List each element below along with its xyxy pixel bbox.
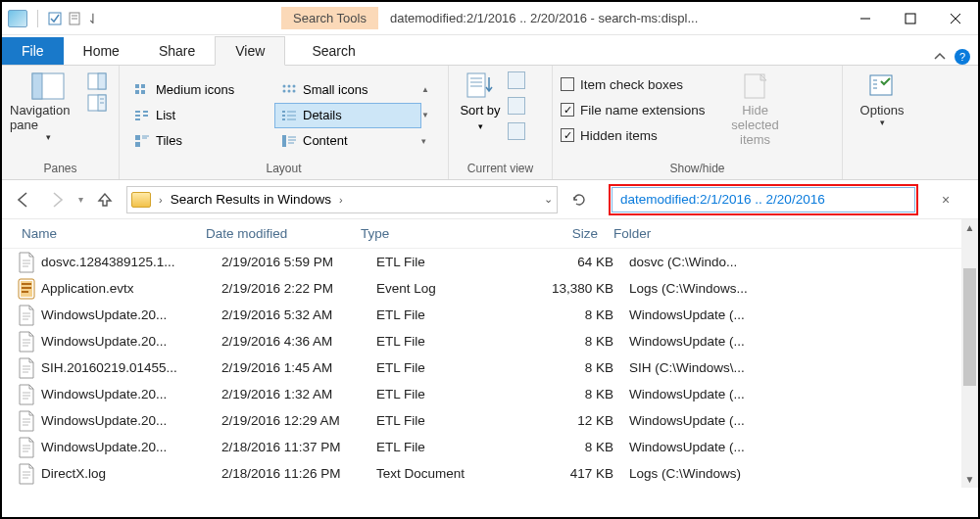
- table-row[interactable]: WindowsUpdate.20...2/19/2016 4:36 AMETL …: [2, 328, 961, 354]
- layout-medium-icons[interactable]: Medium icons: [127, 77, 274, 103]
- svg-rect-41: [282, 135, 286, 147]
- table-row[interactable]: SIH.20160219.01455...2/19/2016 1:45 AMET…: [2, 354, 961, 381]
- details-pane-icon[interactable]: [88, 95, 106, 111]
- svg-rect-11: [98, 73, 106, 89]
- layout-small-icons[interactable]: Small icons: [274, 77, 421, 103]
- cell-date: 2/18/2016 11:37 PM: [214, 440, 368, 454]
- group-layout-label: Layout: [120, 159, 448, 179]
- layout-content[interactable]: Content: [274, 128, 421, 154]
- svg-point-22: [293, 84, 296, 87]
- refresh-button[interactable]: [567, 188, 591, 212]
- scroll-thumb[interactable]: [963, 268, 976, 386]
- tab-share[interactable]: Share: [139, 37, 215, 65]
- tab-file[interactable]: File: [2, 37, 64, 65]
- group-by-icon[interactable]: [508, 71, 525, 89]
- svg-rect-45: [467, 73, 485, 97]
- svg-rect-5: [906, 14, 915, 24]
- options-button[interactable]: Options▾: [851, 71, 913, 127]
- table-row[interactable]: dosvc.1284389125.1...2/19/2016 5:59 PMET…: [2, 249, 961, 275]
- file-icon: [18, 331, 35, 353]
- collapse-ribbon-icon[interactable]: [933, 50, 947, 64]
- recent-locations-icon[interactable]: ▾: [78, 194, 83, 205]
- col-type[interactable]: Type: [353, 226, 506, 241]
- cell-folder: dosvc (C:\Windo...: [621, 255, 961, 269]
- opt-item-checkboxes[interactable]: Item check boxes: [561, 71, 706, 97]
- cell-type: ETL File: [368, 413, 521, 428]
- breadcrumb[interactable]: › Search Results in Windows › ⌄: [126, 186, 558, 213]
- opt-hidden-items[interactable]: Hidden items: [561, 122, 706, 148]
- cell-size: 8 KB: [521, 387, 621, 401]
- scroll-down-icon[interactable]: ▼: [961, 471, 978, 488]
- svg-rect-16: [135, 84, 139, 88]
- navigation-pane-button[interactable]: Navigation pane ▾: [10, 71, 86, 142]
- cell-name: SIH.20160219.01455...: [41, 360, 214, 375]
- breadcrumb-label[interactable]: Search Results in Windows: [171, 192, 331, 207]
- chevron-right-icon[interactable]: ›: [339, 194, 343, 206]
- chevron-down-icon[interactable]: ⌄: [544, 193, 553, 206]
- maximize-button[interactable]: [888, 4, 933, 33]
- file-list: Name Date modified Type Size Folder dosv…: [2, 219, 978, 488]
- close-button[interactable]: [933, 4, 978, 33]
- col-date[interactable]: Date modified: [198, 226, 353, 241]
- checkbox-icon[interactable]: [48, 12, 62, 25]
- title-bar: ⇃ Search Tools datemodified:2/1/2016 .. …: [2, 2, 978, 35]
- tab-home[interactable]: Home: [64, 37, 139, 65]
- search-input[interactable]: datemodified:2/1/2016 .. 2/20/2016: [612, 187, 915, 212]
- cell-folder: WindowsUpdate (...: [621, 307, 961, 322]
- cell-type: ETL File: [368, 440, 521, 454]
- cell-date: 2/19/2016 5:59 PM: [214, 255, 368, 269]
- cell-size: 8 KB: [521, 334, 621, 349]
- scrollbar[interactable]: ▲ ▼: [961, 219, 978, 488]
- table-row[interactable]: WindowsUpdate.20...2/19/2016 5:32 AMETL …: [2, 302, 961, 328]
- column-headers: Name Date modified Type Size Folder: [2, 219, 961, 249]
- sort-by-button[interactable]: Sort by▾: [457, 71, 504, 131]
- layout-options: Medium icons Small icons ▲ List Details …: [127, 77, 437, 154]
- table-row[interactable]: WindowsUpdate.20...2/19/2016 1:32 AMETL …: [2, 381, 961, 407]
- cell-date: 2/19/2016 4:36 AM: [214, 334, 368, 349]
- minimize-button[interactable]: [843, 4, 888, 33]
- preview-pane-icon[interactable]: [88, 73, 106, 89]
- file-icon: [18, 252, 35, 273]
- scroll-up-icon[interactable]: ▲: [961, 219, 978, 236]
- tab-view[interactable]: View: [215, 36, 285, 66]
- forward-button: [45, 188, 69, 212]
- add-columns-icon[interactable]: [508, 97, 525, 115]
- file-icon: [18, 278, 35, 300]
- col-size[interactable]: Size: [506, 226, 606, 241]
- cell-date: 2/19/2016 5:32 AM: [214, 307, 368, 322]
- cell-size: 64 KB: [521, 255, 621, 269]
- search-tools-tab-label[interactable]: Search Tools: [281, 7, 378, 29]
- layout-list[interactable]: List: [127, 103, 274, 128]
- clear-search-button[interactable]: ×: [934, 192, 957, 208]
- properties-icon[interactable]: [68, 12, 81, 25]
- cell-name: DirectX.log: [41, 466, 214, 481]
- layout-tiles[interactable]: Tiles: [127, 128, 274, 154]
- address-bar-row: ▾ › Search Results in Windows › ⌄ datemo…: [2, 180, 978, 219]
- cell-folder: Logs (C:\Windows...: [621, 281, 961, 296]
- col-name[interactable]: Name: [2, 226, 198, 241]
- svg-point-23: [283, 89, 286, 92]
- file-icon: [18, 463, 35, 485]
- chevron-right-icon[interactable]: ›: [159, 194, 163, 206]
- table-row[interactable]: DirectX.log2/18/2016 11:26 PMText Docume…: [2, 460, 961, 487]
- layout-details[interactable]: Details: [274, 103, 421, 128]
- file-icon: [18, 384, 35, 405]
- explorer-icon: [8, 10, 27, 27]
- cell-date: 2/19/2016 2:22 PM: [214, 281, 368, 296]
- back-button[interactable]: [12, 188, 35, 212]
- up-button[interactable]: [93, 188, 117, 212]
- col-folder[interactable]: Folder: [606, 226, 961, 241]
- cell-date: 2/19/2016 1:32 AM: [214, 387, 368, 401]
- cell-name: WindowsUpdate.20...: [41, 440, 214, 454]
- opt-file-ext[interactable]: File name extensions: [561, 97, 706, 122]
- tab-search[interactable]: Search: [292, 37, 374, 65]
- svg-rect-37: [135, 135, 140, 140]
- help-icon[interactable]: ?: [955, 49, 970, 65]
- table-row[interactable]: WindowsUpdate.20...2/19/2016 12:29 AMETL…: [2, 407, 961, 434]
- size-columns-icon[interactable]: [508, 122, 525, 140]
- table-row[interactable]: WindowsUpdate.20...2/18/2016 11:37 PMETL…: [2, 434, 961, 460]
- qat-dropdown-icon[interactable]: ⇃: [87, 11, 99, 26]
- svg-rect-57: [22, 287, 31, 289]
- table-row[interactable]: Application.evtx2/19/2016 2:22 PMEvent L…: [2, 275, 961, 302]
- cell-name: WindowsUpdate.20...: [41, 387, 214, 401]
